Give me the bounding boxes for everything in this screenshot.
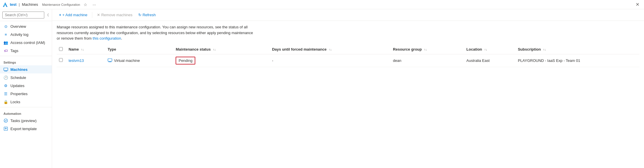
svg-point-7	[4, 119, 8, 122]
sidebar-nav: ⊙ Overview ≡ Activity log 👥 Access contr…	[0, 21, 52, 168]
sidebar-label-machines: Machines	[10, 67, 27, 72]
settings-section-label: Settings	[0, 57, 52, 65]
sidebar-divider-2	[0, 107, 52, 107]
name-sort-icon: ↑↓	[81, 48, 84, 51]
location-value: Australia East	[466, 58, 490, 63]
remove-icon: ✕	[97, 13, 100, 17]
bars-icon: ☰	[3, 91, 8, 96]
row-days-cell: -	[270, 54, 391, 67]
maintenance-sort-icon: ↑↓	[213, 48, 216, 51]
more-button[interactable]: ···	[91, 2, 98, 8]
row-status-cell: Pending	[173, 54, 270, 67]
col-header-days-forced[interactable]: Days until forced maintenance ↑↓	[270, 45, 391, 54]
sidebar-item-locks[interactable]: 🔒 Locks	[0, 98, 52, 106]
sidebar-label-schedule: Schedule	[10, 75, 26, 80]
select-all-checkbox[interactable]	[59, 47, 63, 51]
add-machine-label: + Add machine	[62, 13, 87, 17]
refresh-icon: ↻	[138, 13, 141, 17]
machine-name-link[interactable]: testvm13	[69, 58, 84, 63]
search-input[interactable]	[2, 12, 44, 19]
toolbar-separator-1	[92, 12, 92, 18]
sidebar-label-tags: Tags	[10, 49, 18, 53]
title-bar-left: test | Machines Maintenance Configuratio…	[2, 2, 98, 8]
title-separator: |	[19, 2, 20, 7]
row-type-label: Virtual machine	[114, 58, 140, 63]
col-header-type[interactable]: Type	[105, 45, 173, 54]
col-header-maintenance-status[interactable]: Maintenance status ↑↓	[173, 45, 270, 54]
col-header-name[interactable]: Name ↑↓	[66, 45, 105, 54]
row-location-cell: Australia East	[464, 54, 516, 67]
sidebar-divider-1	[0, 56, 52, 56]
sidebar-item-updates[interactable]: ⚙ Updates	[0, 82, 52, 90]
list-icon: ≡	[3, 32, 8, 37]
sidebar-label-properties: Properties	[10, 92, 27, 96]
subscription-value: PLAYGROUND - IaaS Exp - Team 01	[518, 58, 580, 63]
rg-sort-icon: ↑↓	[424, 48, 427, 51]
row-checkbox-cell	[57, 54, 66, 67]
sidebar-item-export[interactable]: Export template	[0, 125, 52, 133]
sidebar-label-export: Export template	[10, 127, 37, 131]
vm-type-icon	[108, 58, 112, 63]
row-rg-cell: dean	[391, 54, 464, 67]
toolbar: + + Add machine ✕ Remove machines ↻ Refr…	[52, 9, 644, 21]
sidebar-item-overview[interactable]: ⊙ Overview	[0, 22, 52, 30]
add-icon: +	[59, 13, 61, 17]
sidebar-label-tasks: Tasks (preview)	[10, 119, 36, 123]
machines-table: Name ↑↓ Type Maintenance status ↑↓	[57, 45, 639, 67]
maintenance-status-badge: Pending	[176, 57, 195, 64]
row-type-cell: Virtual machine	[105, 54, 173, 67]
resource-group-value: dean	[393, 58, 401, 63]
tasks-icon	[3, 118, 8, 123]
clock-icon: 🕐	[3, 75, 8, 80]
gear-icon: ⚙	[3, 83, 8, 88]
sidebar-item-iam[interactable]: 👥 Access control (IAM)	[0, 38, 52, 47]
people-icon: 👥	[3, 40, 8, 45]
info-link[interactable]: this configuration	[93, 36, 121, 40]
sidebar-collapse-button[interactable]: 《	[45, 12, 49, 18]
table-row: testvm13 Virtual machine	[57, 54, 639, 67]
row-checkbox[interactable]	[59, 58, 63, 62]
days-forced-value: -	[272, 58, 273, 63]
lock-icon: 🔒	[3, 99, 8, 104]
col-header-resource-group[interactable]: Resource group ↑↓	[391, 45, 464, 54]
sidebar-label-iam: Access control (IAM)	[10, 40, 45, 45]
azure-logo-icon	[2, 2, 8, 8]
col-header-subscription[interactable]: Subscription ↑↓	[516, 45, 639, 54]
sidebar-item-activity-log[interactable]: ≡ Activity log	[0, 30, 52, 38]
sidebar-label-overview: Overview	[10, 24, 26, 29]
subscription-sort-icon: ↑↓	[543, 48, 546, 51]
sidebar-item-tasks[interactable]: Tasks (preview)	[0, 117, 52, 125]
header-checkbox-cell	[57, 45, 66, 54]
svg-rect-3	[4, 68, 8, 71]
days-sort-icon: ↑↓	[329, 48, 332, 51]
globe-icon: ⊙	[3, 24, 8, 29]
sidebar-label-updates: Updates	[10, 84, 24, 88]
row-name-cell: testvm13	[66, 54, 105, 67]
favorite-button[interactable]: ☆	[82, 2, 89, 8]
machine-icon	[3, 67, 8, 72]
add-machine-button[interactable]: + + Add machine	[57, 12, 90, 18]
sidebar-label-activity-log: Activity log	[10, 32, 28, 37]
col-header-location[interactable]: Location ↑↓	[464, 45, 516, 54]
sidebar-item-tags[interactable]: 🏷 Tags	[0, 47, 52, 55]
title-subtitle: Maintenance Configuration	[42, 3, 80, 6]
remove-machines-label: Remove machines	[101, 13, 133, 17]
svg-rect-10	[108, 59, 112, 61]
title-bar: test | Machines Maintenance Configuratio…	[0, 0, 644, 9]
sidebar-label-locks: Locks	[10, 100, 20, 104]
sidebar-item-schedule[interactable]: 🕐 Schedule	[0, 73, 52, 82]
sidebar-item-machines[interactable]: Machines	[0, 65, 52, 73]
page-name: Machines	[22, 2, 38, 7]
app-name: test	[10, 2, 16, 7]
close-button[interactable]: ✕	[633, 1, 642, 8]
table-header-row: Name ↑↓ Type Maintenance status ↑↓	[57, 45, 639, 54]
sidebar: 《 ⊙ Overview ≡ Activity log 👥 Access con…	[0, 9, 52, 168]
info-text-content: Manage resources assigned to this mainte…	[57, 25, 253, 40]
remove-machines-button[interactable]: ✕ Remove machines	[95, 12, 135, 18]
refresh-label: Refresh	[143, 13, 156, 17]
content-area: + + Add machine ✕ Remove machines ↻ Refr…	[52, 9, 644, 168]
info-description: Manage resources assigned to this mainte…	[52, 21, 260, 45]
tag-icon: 🏷	[3, 48, 8, 53]
refresh-button[interactable]: ↻ Refresh	[136, 12, 158, 18]
sidebar-item-properties[interactable]: ☰ Properties	[0, 90, 52, 98]
